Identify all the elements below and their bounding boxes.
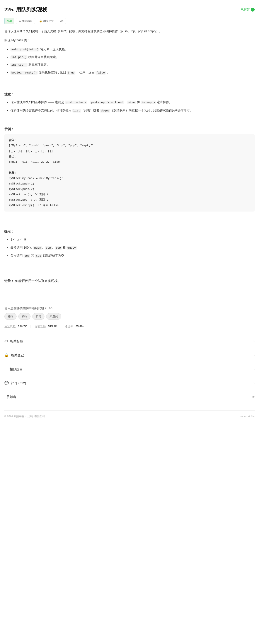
chevron-companies-icon: › [254, 353, 255, 358]
advanced-label: 进阶： [4, 279, 14, 283]
method-push: void push(int x) 将元素 x 压入栈顶。 [10, 47, 255, 52]
accordion-header-contributors-left: 贡献者 [4, 394, 16, 400]
output-label: 输出： [9, 154, 250, 160]
comment-accordion-icon: 💬 [4, 380, 9, 386]
header-row: 225. 用队列实现栈 已解答 ✓ [4, 5, 255, 14]
footer: © 2024 领扣网络（上海）有限公司 cadcc v2.7rc [4, 410, 255, 418]
solved-badge: 已解答 ✓ [241, 7, 255, 12]
chevron-comments-icon: › [254, 380, 255, 386]
stat-submit-count: 提交次数 515.1K [35, 324, 57, 329]
explanation-line-1: MyStack myStack = new MyStack(); [9, 176, 250, 181]
hint-item-2: 最多调用 100 次 push、pop、top 和 empty [10, 245, 255, 250]
input-line1: ["MyStack", "push", "push", "top", "pop"… [9, 143, 250, 148]
accordion-header-companies-left: 🔒 相关企业 [4, 352, 24, 358]
explanation-line-5: myStack.pop(); // 返回 2 [9, 197, 250, 203]
accordion-header-tags-left: 🏷 相关标签 [4, 338, 23, 344]
note-list: 你只能使用队列的基本操作 —— 也就是 push to back、peek/po… [4, 100, 255, 113]
hints-title: 提示： [4, 228, 255, 234]
accordion-tags-label: 相关标签 [10, 338, 23, 344]
output-line: [null, null, null, 2, 2, false] [9, 160, 250, 165]
explanation-label: 解释： [9, 170, 250, 176]
related-tags-label: 相关标签 [22, 19, 32, 23]
accordion-item-tags: 🏷 相关标签 › [4, 334, 255, 348]
accordion-item-similar: ☰ 相似题目 › [4, 362, 255, 376]
related-companies-label: 相关企业 [43, 19, 54, 23]
method-pop-sig: int pop() [10, 56, 28, 59]
advanced-text: 你能否仅用一个队列来实现栈。 [15, 279, 61, 283]
accordion-header-comments-left: 💬 评论 (912) [4, 380, 26, 386]
stat-pass-count: 通过次数 336.7K [4, 324, 27, 329]
explanation-line-4: myStack.top(); // 返回 2 [9, 192, 250, 197]
methods-list: void push(int x) 将元素 x 压入栈顶。 int pop() 移… [4, 47, 255, 76]
method-pop-desc: 移除并返回栈顶元素。 [28, 55, 59, 59]
method-top-desc: 返回栈顶元素。 [28, 63, 50, 66]
accordion-item-companies: 🔒 相关企业 › [4, 348, 255, 362]
pass-rate-value: 65.4% [76, 324, 84, 329]
hints-section: 提示： 1 <= x <= 9 最多调用 100 次 push、pop、top … [4, 228, 255, 258]
accordion-header-comments[interactable]: 💬 评论 (912) › [4, 376, 255, 390]
accordion-header-similar[interactable]: ☰ 相似题目 › [4, 362, 255, 376]
poll-option-none[interactable]: 未遇到 [46, 313, 61, 320]
poll-option-campus[interactable]: 校招 [18, 313, 30, 320]
related-companies-badge[interactable]: 🔒 相关企业 [37, 18, 56, 24]
hints-list: 1 <= x <= 9 最多调用 100 次 push、pop、top 和 em… [4, 237, 255, 259]
accordion-comments-label: 评论 (912) [11, 380, 26, 386]
lock-accordion-icon: 🔒 [4, 352, 9, 358]
input-line2: [[], [1], [2], [], [], []] [9, 148, 250, 154]
intro-text: 请你仅使用两个队列实现一个后入先出（LIFO）的栈，并支持普通栈的全部四种操作（… [4, 28, 255, 34]
method-empty-sig: boolean empty() [10, 71, 38, 74]
accordion-header-companies[interactable]: 🔒 相关企业 › [4, 348, 255, 362]
accordion-companies-label: 相关企业 [11, 352, 24, 358]
submit-count-label: 提交次数 [35, 324, 46, 329]
method-empty: boolean empty() 如果栈是空的，返回 true ；否则，返回 fa… [10, 70, 255, 75]
tags-row: 简单 🏷 相关标签 🔒 相关企业 Aa [4, 18, 255, 24]
chevron-similar-icon: › [254, 366, 255, 372]
chevron-tags-icon: › [254, 338, 255, 344]
method-push-sig: void push(int x) [10, 48, 40, 52]
stat-divider-2: | [60, 324, 61, 329]
poll-option-social[interactable]: 社招 [4, 313, 16, 320]
check-icon: ✓ [251, 8, 255, 12]
method-top-sig: int top() [10, 63, 28, 67]
accordion-item-contributors: 贡献者 ⟳ [4, 390, 255, 404]
font-badge[interactable]: Aa [58, 18, 66, 24]
chevron-contributors-icon: ⟳ [252, 394, 255, 400]
poll-question: 请问您在哪类招聘中遇到此题？ [4, 306, 47, 311]
tag-icon: 🏷 [18, 19, 21, 23]
pass-count-label: 通过次数 [4, 324, 16, 329]
advanced-section: 进阶： 你能否仅用一个队列来实现栈。 [4, 278, 255, 284]
difficulty-badge[interactable]: 简单 [4, 18, 14, 24]
pass-rate-label: 通过率 [65, 324, 73, 329]
submit-count-value: 515.1K [48, 324, 57, 329]
poll-option-intern[interactable]: 实习 [32, 313, 44, 320]
note-title: 注意： [4, 92, 255, 97]
accordion-contributors-label: 贡献者 [6, 394, 16, 400]
copyright: © 2024 领扣网络（上海）有限公司 [4, 414, 45, 418]
implement-label: 实现 MyStack 类： [4, 38, 255, 43]
tag-accordion-icon: 🏷 [4, 338, 8, 344]
method-push-desc: 将元素 x 压入栈顶。 [40, 48, 68, 51]
poll-options: 社招 校招 实习 未遇到 [4, 313, 255, 320]
stat-pass-rate: 通过率 65.4% [65, 324, 84, 329]
explanation-line-2: myStack.push(1); [9, 181, 250, 187]
hint-item-1: 1 <= x <= 9 [10, 237, 255, 242]
stats-row: 通过次数 336.7K | 提交次数 515.1K | 通过率 65.4% [4, 324, 255, 329]
pass-count-value: 336.7K [18, 324, 27, 329]
example-title: 示例： [4, 126, 255, 132]
accordion-header-contributors[interactable]: 贡献者 ⟳ [4, 390, 255, 404]
stat-divider-1: | [30, 324, 31, 329]
poll-progress: 1/5 [49, 306, 52, 310]
accordion-header-tags[interactable]: 🏷 相关标签 › [4, 334, 255, 348]
poll-title: 请问您在哪类招聘中遇到此题？ 1/5 [4, 306, 255, 311]
method-top: int top() 返回栈顶元素。 [10, 62, 255, 68]
version: cadcc v2.7rc [240, 414, 255, 418]
lock-icon: 🔒 [39, 19, 42, 23]
note-item-1: 你只能使用队列的基本操作 —— 也就是 push to back、peek/po… [10, 100, 255, 105]
related-tags-badge[interactable]: 🏷 相关标签 [16, 18, 35, 24]
example-section: 示例： 输入： ["MyStack", "push", "push", "top… [4, 126, 255, 212]
note-item-2: 你所使用的语言也许不支持队列。你可以使用 list（列表）或者 deque（双端… [10, 108, 255, 113]
accordion-header-similar-left: ☰ 相似题目 [4, 366, 23, 372]
accordion-item-comments: 💬 评论 (912) › [4, 376, 255, 390]
input-label: 输入： [9, 138, 250, 143]
explanation-line-6: myStack.empty(); // 返回 False [9, 203, 250, 208]
